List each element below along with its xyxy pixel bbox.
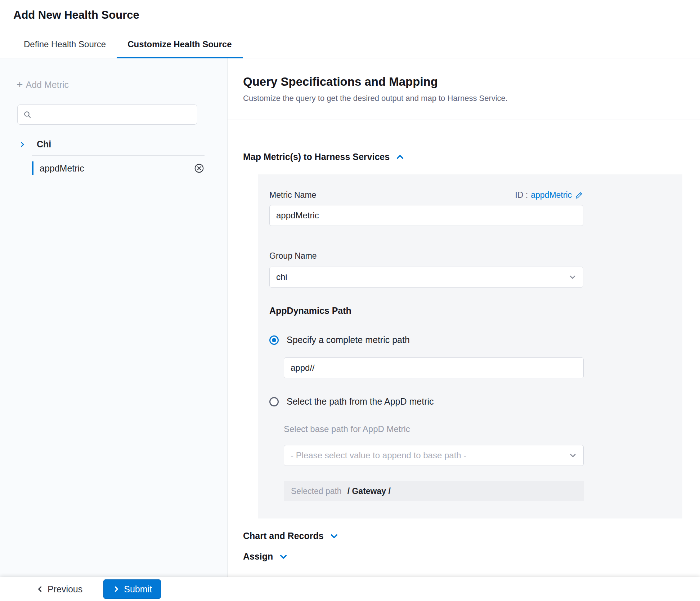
submit-label: Submit bbox=[124, 584, 152, 595]
page-header: Add New Health Source bbox=[0, 0, 700, 30]
add-metric-label: Add Metric bbox=[26, 80, 69, 90]
tab-customize-health-source[interactable]: Customize Health Source bbox=[117, 30, 242, 58]
chevron-right-icon bbox=[19, 141, 26, 148]
submit-button[interactable]: Submit bbox=[103, 579, 161, 599]
metric-search[interactable] bbox=[17, 104, 197, 125]
section-subtitle: Customize the query to get the desired o… bbox=[243, 94, 700, 103]
chevron-right-icon bbox=[112, 585, 120, 593]
chart-records-title: Chart and Records bbox=[243, 531, 324, 541]
chevron-down-icon bbox=[329, 531, 339, 541]
radio-select-path[interactable] bbox=[269, 397, 279, 406]
radio-option-select-path[interactable]: Select the path from the AppD metric bbox=[269, 396, 682, 407]
id-label: ID : bbox=[515, 190, 528, 200]
radio-complete-path-label: Specify a complete metric path bbox=[287, 335, 410, 345]
sidebar-group-chi[interactable]: Chi bbox=[19, 139, 227, 150]
selected-path-label: Selected path bbox=[291, 486, 342, 496]
group-label: Chi bbox=[37, 139, 51, 150]
circle-x-icon[interactable] bbox=[194, 163, 205, 174]
base-path-placeholder: - Please select value to append to base … bbox=[291, 450, 569, 460]
group-name-value: chi bbox=[276, 272, 569, 282]
metric-name-label: Metric Name bbox=[269, 190, 316, 200]
tab-bar: Define Health Source Customize Health So… bbox=[0, 30, 700, 58]
sidebar-item-appdmetric[interactable]: appdMetric bbox=[32, 161, 205, 175]
edit-pencil-icon[interactable] bbox=[575, 191, 583, 200]
map-metrics-form: Metric Name ID : appdMetric Group Name bbox=[258, 174, 682, 518]
chevron-down-icon bbox=[569, 451, 577, 459]
plus-icon: + bbox=[17, 79, 23, 90]
section-title: Query Specifications and Mapping bbox=[243, 75, 700, 89]
search-input[interactable] bbox=[35, 110, 191, 120]
group-name-select[interactable]: chi bbox=[269, 267, 583, 288]
metric-name-input[interactable] bbox=[269, 205, 583, 226]
add-health-source-page: Add New Health Source Define Health Sour… bbox=[0, 0, 700, 601]
chevron-down-icon bbox=[569, 273, 576, 281]
selected-path-display: Selected path / Gateway / bbox=[284, 481, 584, 501]
assign-section-toggle[interactable]: Assign bbox=[243, 551, 700, 562]
divider bbox=[228, 120, 700, 120]
selected-accent-bar bbox=[32, 161, 33, 175]
base-path-label: Select base path for AppD Metric bbox=[284, 424, 682, 434]
metric-item-label: appdMetric bbox=[40, 163, 194, 174]
radio-select-path-label: Select the path from the AppD metric bbox=[287, 396, 434, 407]
metrics-sidebar: + Add Metric Chi bbox=[0, 58, 228, 577]
query-spec-panel: Query Specifications and Mapping Customi… bbox=[228, 58, 700, 577]
group-name-label: Group Name bbox=[269, 251, 682, 261]
radio-option-complete-path[interactable]: Specify a complete metric path bbox=[269, 335, 682, 345]
previous-button[interactable]: Previous bbox=[36, 584, 82, 595]
id-value-link[interactable]: appdMetric bbox=[531, 190, 572, 200]
chevron-down-icon bbox=[279, 552, 288, 561]
search-icon bbox=[23, 111, 31, 119]
page-title: Add New Health Source bbox=[13, 9, 139, 22]
chevron-up-icon bbox=[395, 152, 405, 162]
radio-complete-path[interactable] bbox=[269, 335, 279, 345]
footer-bar: Previous Submit bbox=[0, 577, 700, 601]
selected-path-value: / Gateway / bbox=[347, 486, 391, 496]
map-metrics-title: Map Metric(s) to Harness Services bbox=[243, 152, 390, 162]
add-metric-button[interactable]: + Add Metric bbox=[17, 79, 69, 90]
chart-records-section-toggle[interactable]: Chart and Records bbox=[243, 531, 700, 541]
group-divider bbox=[32, 155, 205, 156]
appdynamics-path-heading: AppDynamics Path bbox=[269, 306, 682, 316]
previous-label: Previous bbox=[48, 584, 82, 595]
map-metrics-section-toggle[interactable]: Map Metric(s) to Harness Services bbox=[243, 152, 700, 162]
base-path-select[interactable]: - Please select value to append to base … bbox=[284, 445, 584, 466]
tab-define-health-source[interactable]: Define Health Source bbox=[13, 30, 117, 58]
assign-title: Assign bbox=[243, 551, 273, 562]
chevron-left-icon bbox=[36, 585, 44, 593]
complete-metric-path-input[interactable] bbox=[284, 357, 584, 378]
